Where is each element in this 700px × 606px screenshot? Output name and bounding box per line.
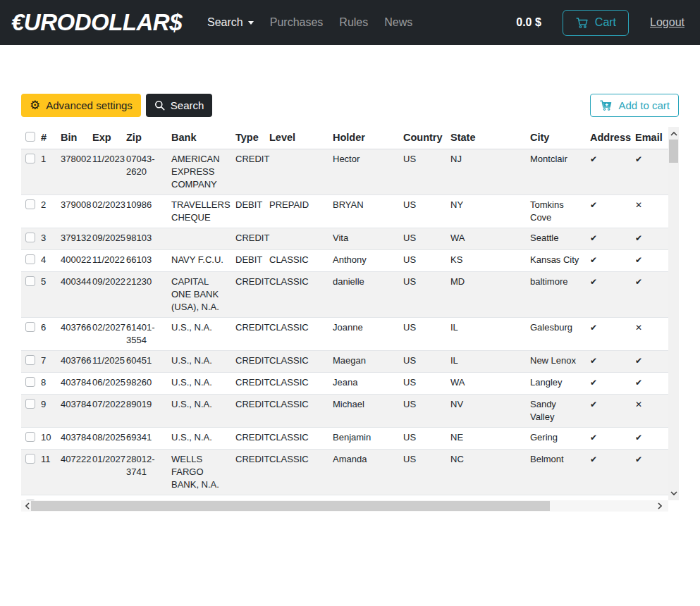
cell-type: CREDIT bbox=[235, 495, 269, 501]
cell-exp: 08/2025 bbox=[92, 428, 126, 450]
row-checkbox[interactable] bbox=[25, 233, 35, 242]
cell-exp: 06/2025 bbox=[92, 373, 126, 395]
cell-email: ✔ bbox=[632, 149, 665, 195]
horizontal-scrollbar[interactable] bbox=[21, 500, 668, 512]
cell-level: CLASSIC bbox=[269, 495, 333, 501]
cell-type: CREDIT bbox=[235, 351, 269, 373]
nav-link-rules[interactable]: Rules bbox=[332, 11, 375, 35]
nav-link-news[interactable]: News bbox=[377, 11, 419, 35]
row-checkbox[interactable] bbox=[25, 154, 35, 163]
cell-num: 11 bbox=[41, 450, 61, 495]
cell-level bbox=[269, 149, 333, 195]
table-row: 1040378408/202569341U.S., N.A.CREDITCLAS… bbox=[21, 428, 668, 450]
cart-icon bbox=[575, 16, 589, 30]
cell-city: Langley bbox=[530, 373, 587, 395]
cell-state: NC bbox=[450, 450, 530, 495]
add-to-cart-button[interactable]: Add to cart bbox=[590, 94, 679, 117]
main-content: ⚙ Advanced settings Search bbox=[0, 94, 700, 512]
cell-state: KS bbox=[450, 250, 530, 272]
cell-exp: 12/2024 bbox=[92, 495, 126, 501]
logout-link[interactable]: Logout bbox=[650, 16, 684, 29]
brand-logo[interactable]: €URODOLLAR$ bbox=[11, 9, 182, 36]
cell-bank: U.S., N.A. bbox=[171, 395, 235, 428]
cell-level: CLASSIC bbox=[269, 318, 333, 351]
cell-bank: NAVY F.C.U. bbox=[171, 250, 235, 272]
cell-checkbox bbox=[21, 250, 41, 272]
horizontal-scrollbar-thumb[interactable] bbox=[31, 501, 550, 511]
cell-bank: U.S., N.A. bbox=[171, 373, 235, 395]
cell-address: ✔ bbox=[587, 373, 632, 395]
cell-holder: danielle bbox=[333, 272, 403, 318]
cell-bin: 407222 bbox=[61, 450, 92, 495]
cell-num: 5 bbox=[41, 272, 61, 318]
cell-bank: CITIBANK, N.A. bbox=[171, 495, 235, 501]
scroll-right-arrow-icon[interactable] bbox=[654, 500, 665, 512]
row-checkbox[interactable] bbox=[25, 199, 35, 209]
cell-zip: 60451 bbox=[126, 351, 171, 373]
cell-address: ✔ bbox=[587, 250, 632, 272]
cell-checkbox bbox=[21, 149, 41, 195]
cell-bin: 410039 bbox=[61, 495, 92, 501]
cart-button[interactable]: Cart bbox=[563, 10, 629, 36]
search-button-label: Search bbox=[171, 98, 204, 113]
cell-bin: 403784 bbox=[61, 428, 92, 450]
table-row: 1241003912/202419390CITIBANK, N.A.CREDIT… bbox=[21, 495, 668, 501]
scroll-down-arrow-icon[interactable] bbox=[668, 488, 679, 499]
table-header-row: #BinExpZipBankTypeLevelHolderCountryStat… bbox=[21, 127, 668, 149]
select-all-checkbox[interactable] bbox=[25, 132, 35, 142]
cell-holder: Joanne bbox=[333, 318, 403, 351]
cell-bin: 403766 bbox=[61, 351, 92, 373]
cell-city: Tomkins Cove bbox=[530, 195, 587, 228]
header-cell-city: City bbox=[530, 127, 587, 149]
advanced-settings-button[interactable]: ⚙ Advanced settings bbox=[21, 94, 141, 117]
cell-holder: peter bbox=[333, 495, 403, 501]
cell-num: 1 bbox=[41, 149, 61, 195]
cart-plus-icon bbox=[599, 99, 613, 112]
cell-city: New Lenox bbox=[530, 351, 587, 373]
vertical-scrollbar[interactable] bbox=[668, 127, 679, 500]
table-row: 337913209/202598103CREDITVitaUSWASeattle… bbox=[21, 228, 668, 250]
row-checkbox[interactable] bbox=[25, 432, 35, 442]
nav-link-purchases[interactable]: Purchases bbox=[263, 11, 331, 35]
header-cell-country: Country bbox=[403, 127, 450, 149]
nav-link-label: Purchases bbox=[270, 16, 324, 29]
scroll-up-arrow-icon[interactable] bbox=[668, 128, 679, 140]
cell-bank: U.S., N.A. bbox=[171, 318, 235, 351]
table-row: 640376602/202761401-3554U.S., N.A.CREDIT… bbox=[21, 318, 668, 351]
cell-city: Seattle bbox=[530, 228, 587, 250]
cell-city: Kansas City bbox=[530, 250, 587, 272]
table-row: 540034409/202221230CAPITAL ONE BANK (USA… bbox=[21, 272, 668, 318]
cell-bin: 379008 bbox=[61, 195, 92, 228]
cell-bin: 378002 bbox=[61, 149, 92, 195]
cell-country: US bbox=[403, 250, 450, 272]
cell-city: Sandy Valley bbox=[530, 395, 587, 428]
search-button[interactable]: Search bbox=[146, 94, 213, 117]
cell-state: MD bbox=[450, 272, 530, 318]
cell-type: CREDIT bbox=[235, 428, 269, 450]
row-checkbox[interactable] bbox=[25, 377, 35, 387]
cell-country: US bbox=[403, 228, 450, 250]
cell-type: CREDIT bbox=[235, 395, 269, 428]
vertical-scrollbar-thumb[interactable] bbox=[669, 140, 678, 163]
row-checkbox[interactable] bbox=[25, 399, 35, 409]
cell-email: ✔ bbox=[632, 272, 665, 318]
cell-email: ✔ bbox=[632, 250, 665, 272]
cell-country: US bbox=[403, 272, 450, 318]
cell-zip: 98103 bbox=[126, 228, 171, 250]
cell-bank bbox=[171, 228, 235, 250]
cell-zip: 69341 bbox=[126, 428, 171, 450]
cell-num: 9 bbox=[41, 395, 61, 428]
row-checkbox[interactable] bbox=[25, 276, 35, 286]
cell-type: CREDIT bbox=[235, 228, 269, 250]
cell-level bbox=[269, 228, 333, 250]
cell-state: WA bbox=[450, 228, 530, 250]
row-checkbox[interactable] bbox=[25, 454, 35, 464]
row-checkbox[interactable] bbox=[25, 355, 35, 365]
cell-city: Galesburg bbox=[530, 318, 587, 351]
row-checkbox[interactable] bbox=[25, 322, 35, 332]
nav-link-search[interactable]: Search bbox=[200, 11, 261, 35]
cell-address: ✔ bbox=[587, 495, 632, 501]
chevron-down-icon bbox=[248, 21, 254, 25]
add-to-cart-label: Add to cart bbox=[618, 98, 670, 113]
row-checkbox[interactable] bbox=[25, 254, 35, 264]
